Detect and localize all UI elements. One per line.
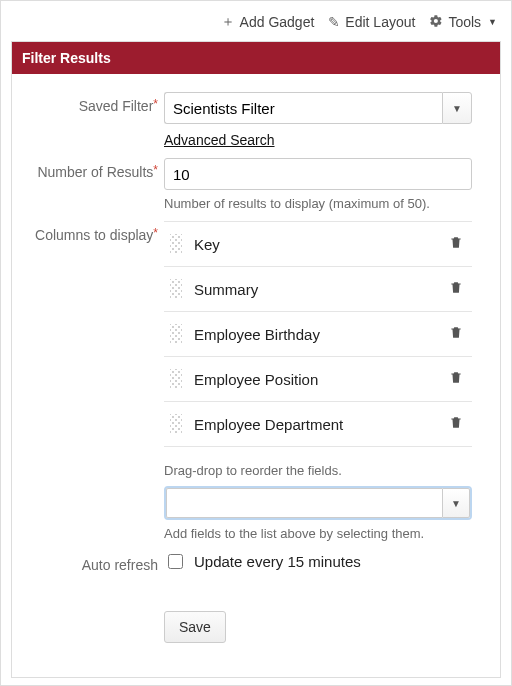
column-name: Employee Department (194, 416, 434, 433)
pencil-icon: ✎ (328, 14, 340, 30)
column-item[interactable]: Key (164, 222, 472, 267)
advanced-search-link[interactable]: Advanced Search (164, 132, 275, 148)
tools-label: Tools (448, 14, 481, 30)
edit-layout-button[interactable]: ✎ Edit Layout (328, 14, 415, 30)
field-number-of-results: Number of results to display (maximum of… (164, 158, 472, 211)
row-auto-refresh: Auto refresh Update every 15 minutes (24, 551, 472, 573)
column-name: Employee Position (194, 371, 434, 388)
add-column-input[interactable] (166, 488, 442, 518)
trash-icon[interactable] (446, 325, 466, 343)
caret-down-icon: ▼ (452, 103, 462, 114)
field-save: Save (164, 583, 472, 643)
column-name: Summary (194, 281, 434, 298)
columns-reorder-hint: Drag-drop to reorder the fields. (164, 463, 472, 478)
tools-menu-button[interactable]: Tools ▼ (429, 14, 497, 31)
caret-down-icon: ▼ (451, 498, 461, 509)
trash-icon[interactable] (446, 280, 466, 298)
column-name: Employee Birthday (194, 326, 434, 343)
row-number-of-results: Number of Results* Number of results to … (24, 158, 472, 211)
field-saved-filter: ▼ Advanced Search (164, 92, 472, 148)
field-columns: KeySummaryEmployee BirthdayEmployee Posi… (164, 221, 472, 541)
top-toolbar: ＋ Add Gadget ✎ Edit Layout Tools ▼ (11, 11, 501, 41)
caret-down-icon: ▼ (488, 17, 497, 27)
row-columns: Columns to display* KeySummaryEmployee B… (24, 221, 472, 541)
drag-handle-icon[interactable] (170, 279, 182, 299)
add-gadget-button[interactable]: ＋ Add Gadget (221, 13, 315, 31)
columns-add-hint: Add fields to the list above by selectin… (164, 526, 472, 541)
column-item[interactable]: Employee Department (164, 402, 472, 447)
auto-refresh-text: Update every 15 minutes (194, 553, 361, 570)
column-item[interactable]: Employee Birthday (164, 312, 472, 357)
panel-title: Filter Results (12, 42, 500, 74)
required-marker: * (153, 97, 158, 111)
save-button[interactable]: Save (164, 611, 226, 643)
edit-layout-label: Edit Layout (345, 14, 415, 30)
trash-icon[interactable] (446, 370, 466, 388)
saved-filter-select[interactable]: ▼ (164, 92, 472, 124)
drag-handle-icon[interactable] (170, 234, 182, 254)
add-column-select[interactable]: ▼ (164, 486, 472, 520)
required-marker: * (153, 226, 158, 240)
drag-handle-icon[interactable] (170, 369, 182, 389)
app-frame: ＋ Add Gadget ✎ Edit Layout Tools ▼ Filte… (0, 0, 512, 686)
label-columns: Columns to display* (24, 221, 164, 243)
row-save: Save (24, 583, 472, 643)
number-of-results-input[interactable] (164, 158, 472, 190)
required-marker: * (153, 163, 158, 177)
column-name: Key (194, 236, 434, 253)
field-auto-refresh: Update every 15 minutes (164, 551, 472, 572)
drag-handle-icon[interactable] (170, 324, 182, 344)
column-item[interactable]: Summary (164, 267, 472, 312)
row-saved-filter: Saved Filter* ▼ Advanced Search (24, 92, 472, 148)
label-number-of-results: Number of Results* (24, 158, 164, 180)
trash-icon[interactable] (446, 415, 466, 433)
saved-filter-value[interactable] (164, 92, 442, 124)
plus-icon: ＋ (221, 13, 235, 31)
columns-list: KeySummaryEmployee BirthdayEmployee Posi… (164, 221, 472, 447)
number-of-results-hint: Number of results to display (maximum of… (164, 196, 472, 211)
add-column-dropdown-button[interactable]: ▼ (442, 488, 470, 518)
drag-handle-icon[interactable] (170, 414, 182, 434)
column-item[interactable]: Employee Position (164, 357, 472, 402)
label-saved-filter: Saved Filter* (24, 92, 164, 114)
label-auto-refresh: Auto refresh (24, 551, 164, 573)
auto-refresh-checkbox[interactable] (168, 554, 183, 569)
auto-refresh-checkbox-label[interactable]: Update every 15 minutes (164, 551, 472, 572)
filter-results-panel: Filter Results Saved Filter* ▼ Advanced … (11, 41, 501, 678)
saved-filter-dropdown-button[interactable]: ▼ (442, 92, 472, 124)
trash-icon[interactable] (446, 235, 466, 253)
add-gadget-label: Add Gadget (240, 14, 315, 30)
panel-body: Saved Filter* ▼ Advanced Search Number o… (12, 74, 500, 677)
gear-icon (429, 14, 443, 31)
